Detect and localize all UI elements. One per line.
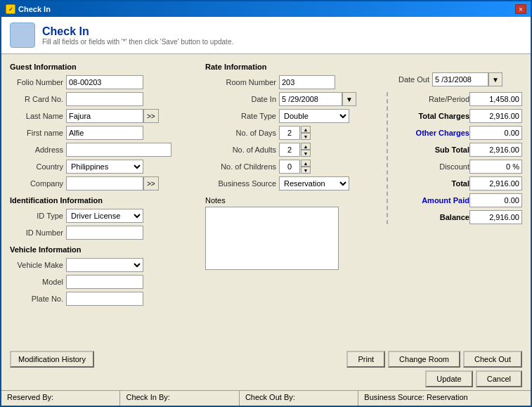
sub-total-label: Sub Total: [410, 146, 469, 154]
plate-input[interactable]: [66, 292, 143, 306]
last-name-browse-btn[interactable]: >>: [143, 109, 159, 123]
vehicle-make-row: Vehicle Make: [10, 258, 200, 272]
model-label: Model: [10, 278, 66, 286]
business-source-select[interactable]: Reservation Walk-In Online: [279, 176, 349, 190]
no-adults-increment[interactable]: ▲: [301, 143, 311, 150]
r-card-label: R Card No.: [10, 95, 66, 103]
page-subtitle: Fill all fields or fields with '*' then …: [42, 38, 233, 46]
no-adults-row: No. of Adults ▲ ▼: [205, 143, 381, 157]
rate-type-row: Rate Type Double Single Suite: [205, 109, 381, 123]
no-adults-label: No. of Adults: [205, 146, 279, 154]
date-out-row: Date Out ▼: [387, 72, 522, 86]
country-select[interactable]: Philippines USA Japan: [66, 160, 143, 174]
no-days-decrement[interactable]: ▼: [301, 133, 311, 140]
left-panel: Guest Information Folio Number R Card No…: [10, 60, 200, 345]
vehicle-info-title: Vehicle Information: [10, 245, 200, 254]
no-adults-input[interactable]: [279, 143, 300, 157]
address-label: Address: [10, 146, 66, 154]
model-row: Model: [10, 275, 200, 289]
first-name-input[interactable]: [66, 126, 143, 140]
check-out-button[interactable]: Check Out: [463, 351, 522, 368]
id-type-row: ID Type Driver License Passport SSS ID: [10, 209, 200, 223]
model-input[interactable]: [66, 275, 143, 289]
balance-input[interactable]: [469, 210, 522, 224]
no-adults-stepper: ▲ ▼: [279, 143, 311, 157]
page-title: Check In: [42, 25, 233, 38]
status-bar: Reserved By: Check In By: Check Out By: …: [1, 390, 531, 406]
modification-history-button[interactable]: Modification History: [10, 351, 94, 368]
notes-label: Notes: [205, 196, 381, 205]
no-childrens-row: No. of Childrens ▲ ▼: [205, 160, 381, 174]
amount-paid-input[interactable]: [469, 193, 522, 207]
total-input[interactable]: [469, 176, 522, 190]
main-grid: Guest Information Folio Number R Card No…: [10, 60, 522, 345]
last-name-row: Last Name >>: [10, 109, 200, 123]
sub-total-input[interactable]: [469, 143, 522, 157]
id-type-select[interactable]: Driver License Passport SSS ID: [66, 209, 143, 223]
no-days-increment[interactable]: ▲: [301, 126, 311, 133]
total-label: Total: [410, 179, 469, 188]
id-number-label: ID Number: [10, 228, 66, 237]
no-childrens-stepper-btns: ▲ ▼: [301, 160, 311, 174]
country-label: Country: [10, 162, 66, 171]
check-out-by-label: Check Out By:: [245, 393, 295, 401]
close-button[interactable]: ×: [515, 4, 526, 14]
notes-textarea[interactable]: [205, 207, 339, 270]
r-card-row: R Card No.: [10, 92, 200, 106]
cancel-button[interactable]: Cancel: [476, 370, 522, 387]
print-button[interactable]: Print: [346, 351, 385, 368]
date-out-calendar-btn[interactable]: ▼: [488, 72, 502, 86]
room-number-input[interactable]: [279, 75, 335, 89]
no-childrens-input[interactable]: [279, 160, 300, 174]
date-out-input[interactable]: [432, 72, 488, 86]
company-input[interactable]: [66, 176, 143, 190]
r-card-input[interactable]: [66, 92, 143, 106]
rate-period-input[interactable]: [469, 92, 522, 106]
address-row: Address: [10, 143, 200, 157]
change-room-button[interactable]: Change Room: [388, 351, 460, 368]
no-days-stepper: ▲ ▼: [279, 126, 311, 140]
discount-input[interactable]: [469, 160, 522, 174]
address-input[interactable]: [66, 143, 171, 157]
rate-period-label: Rate/Period: [410, 95, 469, 103]
header-area: Check In Fill all fields or fields with …: [1, 17, 531, 54]
no-childrens-decrement[interactable]: ▼: [301, 167, 311, 174]
vehicle-make-label: Vehicle Make: [10, 261, 66, 269]
right-panel: Date Out ▼ Rate/Period Total Charges: [387, 60, 522, 345]
id-number-input[interactable]: [66, 226, 143, 240]
company-browse-btn[interactable]: >>: [143, 176, 159, 190]
vehicle-make-select[interactable]: [66, 258, 143, 272]
window-icon: ✓: [6, 4, 15, 14]
id-info-title: Identification Information: [10, 196, 200, 205]
company-row: Company >>: [10, 176, 200, 190]
rate-type-select[interactable]: Double Single Suite: [279, 109, 349, 123]
window-title: Check In: [18, 5, 51, 13]
date-in-input[interactable]: [279, 92, 342, 106]
total-charges-row: Total Charges: [394, 109, 522, 123]
folio-number-input[interactable]: [66, 75, 143, 89]
date-in-group: ▼: [279, 92, 356, 106]
first-name-label: First name: [10, 129, 66, 137]
notes-section: Notes: [205, 196, 381, 271]
id-type-label: ID Type: [10, 212, 66, 220]
business-source-cell: Business Source: Reservation: [358, 391, 531, 406]
no-days-label: No. of Days: [205, 129, 279, 137]
no-adults-decrement[interactable]: ▼: [301, 150, 311, 157]
other-charges-input[interactable]: [469, 126, 522, 140]
total-charges-label: Total Charges: [410, 112, 469, 120]
update-button[interactable]: Update: [425, 370, 472, 387]
date-in-label: Date In: [205, 95, 279, 103]
header-icon: [10, 22, 35, 48]
no-days-stepper-btns: ▲ ▼: [301, 126, 311, 140]
buttons-row1: Modification History Print Change Room C…: [1, 348, 531, 370]
last-name-input[interactable]: [66, 109, 143, 123]
folio-number-label: Folio Number: [10, 78, 66, 86]
date-in-calendar-btn[interactable]: ▼: [342, 92, 356, 106]
middle-panel: Rate Information Room Number Date In ▼ R…: [205, 60, 381, 345]
discount-label: Discount: [410, 162, 469, 171]
total-charges-input[interactable]: [469, 109, 522, 123]
no-days-input[interactable]: [279, 126, 300, 140]
last-name-group: >>: [66, 109, 159, 123]
reserved-by-label: Reserved By:: [7, 393, 53, 401]
no-childrens-increment[interactable]: ▲: [301, 160, 311, 167]
